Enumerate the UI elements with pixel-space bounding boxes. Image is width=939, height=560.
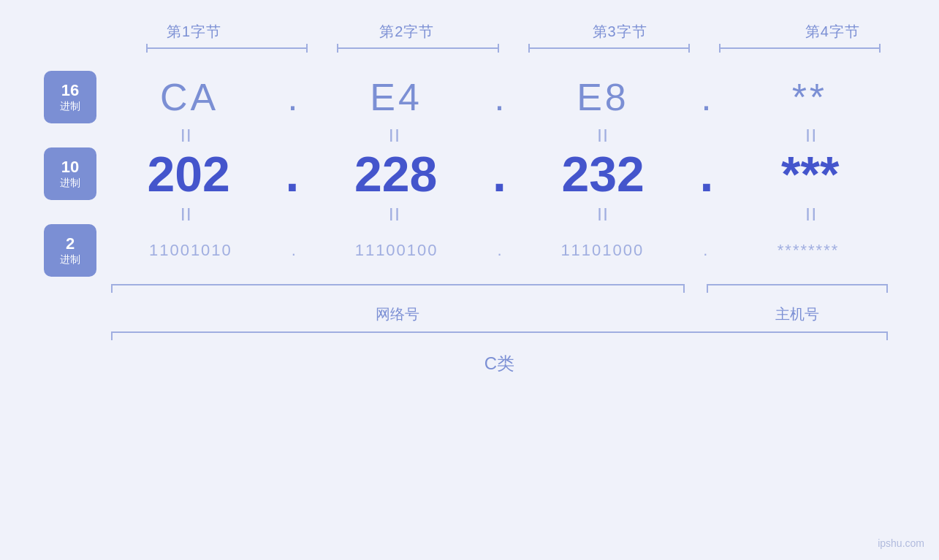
bracket-b2 bbox=[330, 42, 506, 56]
bin-values: 11001010 . 11100100 . 11101000 . *******… bbox=[104, 241, 895, 260]
byte4-header: 第4字节 bbox=[726, 22, 939, 42]
byte3-header: 第3字节 bbox=[514, 22, 726, 42]
equals-row-2: || || || || bbox=[104, 202, 895, 224]
watermark: ipshu.com bbox=[878, 537, 924, 549]
eq1-b3: || bbox=[531, 127, 677, 142]
byte2-header: 第2字节 bbox=[300, 22, 513, 42]
hex-dot3: . bbox=[701, 75, 711, 119]
bin-dot2: . bbox=[497, 241, 501, 260]
bin-b3: 11101000 bbox=[529, 241, 675, 260]
dec-b3: 232 bbox=[530, 145, 676, 202]
hex-dot2: . bbox=[494, 75, 504, 119]
dec-b4: *** bbox=[737, 145, 883, 202]
top-bracket-row bbox=[132, 42, 895, 56]
net-bracket bbox=[104, 284, 692, 299]
hex-label-sub: 进制 bbox=[60, 100, 80, 113]
eq1-b1: || bbox=[114, 127, 260, 142]
eq1-b4: || bbox=[739, 127, 885, 142]
eq2-b3: || bbox=[531, 206, 677, 221]
host-label: 主机号 bbox=[699, 304, 895, 324]
hex-label-badge: 16 进制 bbox=[44, 71, 96, 123]
hex-b3: E8 bbox=[530, 75, 676, 119]
dec-dot3: . bbox=[700, 145, 714, 202]
hex-values: CA . E4 . E8 . ** bbox=[104, 75, 895, 119]
net-label: 网络号 bbox=[104, 304, 692, 324]
bin-label-num: 2 bbox=[66, 234, 75, 253]
bracket-b1 bbox=[139, 42, 315, 56]
eq2-b2: || bbox=[322, 206, 468, 221]
hex-dot1: . bbox=[287, 75, 297, 119]
cclass-bracket bbox=[104, 331, 895, 346]
hex-b4: ** bbox=[737, 75, 883, 119]
bin-b4: ******** bbox=[735, 241, 881, 260]
hex-b1: CA bbox=[116, 75, 262, 119]
dec-b2: 228 bbox=[323, 145, 469, 202]
host-bracket bbox=[699, 284, 895, 299]
dec-label-num: 10 bbox=[61, 158, 79, 177]
main-container: 第1字节 第2字节 第3字节 第4字节 16 进制 CA . E4 . E8 .… bbox=[0, 0, 939, 560]
eq2-b1: || bbox=[114, 206, 260, 221]
cclass-section: C类 bbox=[104, 331, 895, 375]
bin-dot3: . bbox=[703, 241, 707, 260]
dec-values: 202 . 228 . 232 . *** bbox=[104, 145, 895, 202]
hex-row: 16 进制 CA . E4 . E8 . ** bbox=[44, 71, 895, 123]
bin-label-badge: 2 进制 bbox=[44, 224, 96, 277]
dec-label-sub: 进制 bbox=[60, 177, 80, 190]
byte1-header: 第1字节 bbox=[88, 22, 300, 42]
bin-label-sub: 进制 bbox=[60, 253, 80, 266]
equals-row-1: || || || || bbox=[104, 123, 895, 145]
bracket-b4 bbox=[712, 42, 888, 56]
dec-row: 10 进制 202 . 228 . 232 . *** bbox=[44, 145, 895, 202]
rows-wrapper: 16 进制 CA . E4 . E8 . ** || || || || bbox=[44, 71, 895, 277]
dec-dot1: . bbox=[285, 145, 299, 202]
dec-label-badge: 10 进制 bbox=[44, 147, 96, 200]
bottom-labels: 网络号 主机号 bbox=[104, 304, 895, 324]
hex-b2: E4 bbox=[323, 75, 469, 119]
bin-dot1: . bbox=[292, 241, 296, 260]
header-row: 第1字节 第2字节 第3字节 第4字节 bbox=[88, 22, 939, 42]
dec-b1: 202 bbox=[115, 145, 262, 202]
cclass-label: C类 bbox=[104, 352, 895, 375]
eq1-b2: || bbox=[322, 127, 468, 142]
bottom-brackets bbox=[104, 284, 895, 299]
bin-b2: 11100100 bbox=[324, 241, 470, 260]
bottom-section: 网络号 主机号 bbox=[104, 284, 895, 324]
hex-label-num: 16 bbox=[61, 81, 79, 100]
bin-b1: 11001010 bbox=[118, 241, 264, 260]
dec-dot2: . bbox=[493, 145, 506, 202]
eq2-b4: || bbox=[739, 206, 885, 221]
bin-row: 2 进制 11001010 . 11100100 . 11101000 . **… bbox=[44, 224, 895, 277]
bracket-b3 bbox=[521, 42, 697, 56]
